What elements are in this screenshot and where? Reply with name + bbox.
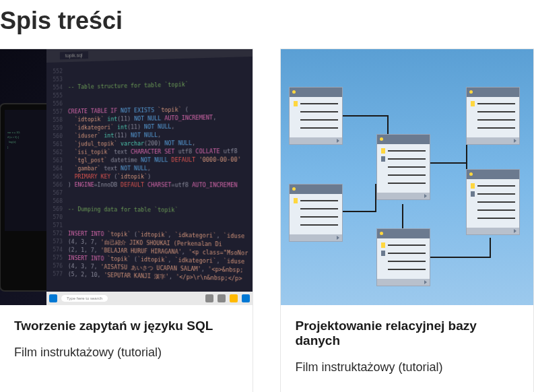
card-content: Projektowanie relacyjnej bazy danych Fil… <box>281 305 534 392</box>
db-table-icon <box>376 228 430 286</box>
editor-tab: topik.sql <box>60 51 88 59</box>
card-database-design[interactable]: Projektowanie relacyjnej bazy danych Fil… <box>280 48 535 392</box>
db-table-icon <box>466 87 520 145</box>
card-content: Tworzenie zapytań w języku SQL Film inst… <box>0 305 253 379</box>
cards-container: var x = 10;if (x > 5) { log(x);} topik.s… <box>0 48 534 392</box>
db-table-icon <box>376 134 430 200</box>
card-subtitle: Film instruktażowy (tutorial) <box>296 360 519 374</box>
card-subtitle: Film instruktażowy (tutorial) <box>14 346 238 360</box>
db-table-icon <box>466 169 520 235</box>
card-image <box>281 49 534 305</box>
code-editor-illustration: topik.sql 552553554-- Table structure fo… <box>46 49 253 305</box>
card-sql-queries[interactable]: var x = 10;if (x > 5) { log(x);} topik.s… <box>0 48 253 392</box>
card-title: Projektowanie relacyjnej bazy danych <box>296 319 519 348</box>
card-image: var x = 10;if (x > 5) { log(x);} topik.s… <box>0 49 253 305</box>
db-table-icon <box>289 87 343 145</box>
page-title: Spis treści <box>0 0 534 48</box>
windows-taskbar-illustration: Type here to search <box>46 292 253 305</box>
db-table-icon <box>289 184 343 242</box>
card-title: Tworzenie zapytań w języku SQL <box>14 319 238 333</box>
